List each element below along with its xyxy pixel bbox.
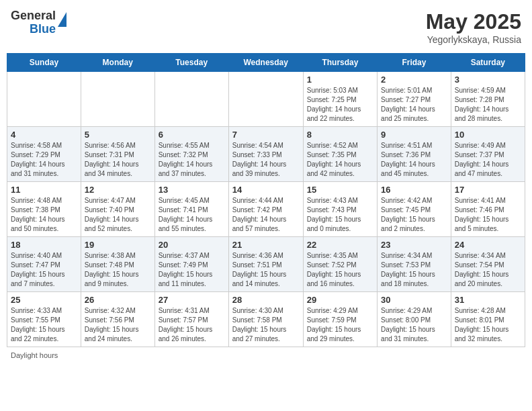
day-info: Sunrise: 4:58 AM Sunset: 7:29 PM Dayligh… xyxy=(11,141,77,179)
day-info: Sunrise: 4:31 AM Sunset: 7:57 PM Dayligh… xyxy=(159,306,225,344)
calendar-cell: 7Sunrise: 4:54 AM Sunset: 7:33 PM Daylig… xyxy=(228,127,303,182)
weekday-header-friday: Friday xyxy=(378,54,451,72)
day-info: Sunrise: 4:48 AM Sunset: 7:38 PM Dayligh… xyxy=(11,196,77,234)
day-info: Sunrise: 4:54 AM Sunset: 7:33 PM Dayligh… xyxy=(232,141,300,179)
day-number: 1 xyxy=(307,75,373,85)
day-number: 18 xyxy=(11,240,77,250)
calendar-header: SundayMondayTuesdayWednesdayThursdayFrid… xyxy=(7,54,525,72)
day-info: Sunrise: 4:52 AM Sunset: 7:35 PM Dayligh… xyxy=(307,141,373,179)
week-row-3: 11Sunrise: 4:48 AM Sunset: 7:38 PM Dayli… xyxy=(7,182,525,237)
day-info: Sunrise: 4:55 AM Sunset: 7:32 PM Dayligh… xyxy=(159,141,225,179)
day-info: Sunrise: 4:30 AM Sunset: 7:58 PM Dayligh… xyxy=(232,306,300,344)
calendar-cell: 23Sunrise: 4:34 AM Sunset: 7:53 PM Dayli… xyxy=(378,237,451,292)
day-info: Sunrise: 4:29 AM Sunset: 7:59 PM Dayligh… xyxy=(307,306,373,344)
day-number: 12 xyxy=(85,185,151,195)
day-number: 17 xyxy=(455,185,521,195)
day-info: Sunrise: 4:41 AM Sunset: 7:46 PM Dayligh… xyxy=(455,196,521,234)
calendar-cell: 6Sunrise: 4:55 AM Sunset: 7:32 PM Daylig… xyxy=(154,127,228,182)
logo: General Blue xyxy=(11,9,66,36)
day-number: 30 xyxy=(381,295,447,305)
calendar-cell: 12Sunrise: 4:47 AM Sunset: 7:40 PM Dayli… xyxy=(81,182,154,237)
day-info: Sunrise: 4:33 AM Sunset: 7:55 PM Dayligh… xyxy=(11,306,77,344)
day-info: Sunrise: 5:03 AM Sunset: 7:25 PM Dayligh… xyxy=(307,86,373,124)
day-number: 23 xyxy=(381,240,447,250)
calendar-title: May 2025 xyxy=(426,9,521,34)
calendar-cell: 22Sunrise: 4:35 AM Sunset: 7:52 PM Dayli… xyxy=(303,237,377,292)
day-number: 26 xyxy=(85,295,151,305)
calendar-cell: 25Sunrise: 4:33 AM Sunset: 7:55 PM Dayli… xyxy=(7,292,81,347)
day-info: Sunrise: 4:29 AM Sunset: 8:00 PM Dayligh… xyxy=(381,306,447,344)
calendar-cell: 11Sunrise: 4:48 AM Sunset: 7:38 PM Dayli… xyxy=(7,182,81,237)
daylight-label: Daylight hours xyxy=(11,351,58,359)
day-number: 31 xyxy=(455,295,521,305)
day-number: 29 xyxy=(307,295,373,305)
logo-general: General xyxy=(11,9,56,23)
day-info: Sunrise: 4:34 AM Sunset: 7:53 PM Dayligh… xyxy=(381,251,447,289)
calendar-cell: 15Sunrise: 4:43 AM Sunset: 7:43 PM Dayli… xyxy=(303,182,377,237)
day-info: Sunrise: 4:32 AM Sunset: 7:56 PM Dayligh… xyxy=(85,306,151,344)
day-info: Sunrise: 4:44 AM Sunset: 7:42 PM Dayligh… xyxy=(232,196,300,234)
day-number: 6 xyxy=(159,130,225,140)
calendar-location: Yegorlykskaya, Russia xyxy=(426,34,521,45)
calendar-cell: 5Sunrise: 4:56 AM Sunset: 7:31 PM Daylig… xyxy=(81,127,154,182)
calendar-cell: 18Sunrise: 4:40 AM Sunset: 7:47 PM Dayli… xyxy=(7,237,81,292)
calendar-cell: 9Sunrise: 4:51 AM Sunset: 7:36 PM Daylig… xyxy=(378,127,451,182)
calendar-cell: 27Sunrise: 4:31 AM Sunset: 7:57 PM Dayli… xyxy=(154,292,228,347)
calendar-cell: 4Sunrise: 4:58 AM Sunset: 7:29 PM Daylig… xyxy=(7,127,81,182)
calendar-cell: 8Sunrise: 4:52 AM Sunset: 7:35 PM Daylig… xyxy=(303,127,377,182)
calendar-cell: 2Sunrise: 5:01 AM Sunset: 7:27 PM Daylig… xyxy=(378,72,451,127)
calendar-cell: 24Sunrise: 4:34 AM Sunset: 7:54 PM Dayli… xyxy=(451,237,525,292)
calendar-cell: 16Sunrise: 4:42 AM Sunset: 7:45 PM Dayli… xyxy=(378,182,451,237)
day-number: 9 xyxy=(381,130,447,140)
calendar-cell xyxy=(228,72,303,127)
calendar-cell xyxy=(81,72,154,127)
day-number: 8 xyxy=(307,130,373,140)
logo-triangle-icon xyxy=(58,12,66,27)
day-number: 20 xyxy=(159,240,225,250)
day-number: 28 xyxy=(232,295,300,305)
calendar-table: SundayMondayTuesdayWednesdayThursdayFrid… xyxy=(7,53,525,347)
day-number: 19 xyxy=(85,240,151,250)
calendar-body: 1Sunrise: 5:03 AM Sunset: 7:25 PM Daylig… xyxy=(7,72,525,347)
day-info: Sunrise: 4:49 AM Sunset: 7:37 PM Dayligh… xyxy=(455,141,521,179)
logo-block: General Blue xyxy=(11,9,66,36)
day-info: Sunrise: 4:47 AM Sunset: 7:40 PM Dayligh… xyxy=(85,196,151,234)
weekday-header-saturday: Saturday xyxy=(451,54,525,72)
calendar-cell: 19Sunrise: 4:38 AM Sunset: 7:48 PM Dayli… xyxy=(81,237,154,292)
calendar-cell: 21Sunrise: 4:36 AM Sunset: 7:51 PM Dayli… xyxy=(228,237,303,292)
day-info: Sunrise: 4:56 AM Sunset: 7:31 PM Dayligh… xyxy=(85,141,151,179)
calendar-cell: 30Sunrise: 4:29 AM Sunset: 8:00 PM Dayli… xyxy=(378,292,451,347)
day-number: 14 xyxy=(232,185,300,195)
calendar-cell: 31Sunrise: 4:28 AM Sunset: 8:01 PM Dayli… xyxy=(451,292,525,347)
weekday-header-sunday: Sunday xyxy=(7,54,81,72)
footer: Daylight hours xyxy=(7,351,525,359)
day-info: Sunrise: 4:51 AM Sunset: 7:36 PM Dayligh… xyxy=(381,141,447,179)
day-info: Sunrise: 4:37 AM Sunset: 7:49 PM Dayligh… xyxy=(159,251,225,289)
title-block: May 2025 Yegorlykskaya, Russia xyxy=(426,9,521,45)
day-info: Sunrise: 4:59 AM Sunset: 7:28 PM Dayligh… xyxy=(455,86,521,124)
week-row-4: 18Sunrise: 4:40 AM Sunset: 7:47 PM Dayli… xyxy=(7,237,525,292)
weekday-header-wednesday: Wednesday xyxy=(228,54,303,72)
calendar-cell: 29Sunrise: 4:29 AM Sunset: 7:59 PM Dayli… xyxy=(303,292,377,347)
day-number: 22 xyxy=(307,240,373,250)
weekday-header-row: SundayMondayTuesdayWednesdayThursdayFrid… xyxy=(7,54,525,72)
day-info: Sunrise: 4:40 AM Sunset: 7:47 PM Dayligh… xyxy=(11,251,77,289)
day-number: 27 xyxy=(159,295,225,305)
day-number: 7 xyxy=(232,130,300,140)
weekday-header-monday: Monday xyxy=(81,54,154,72)
calendar-cell: 20Sunrise: 4:37 AM Sunset: 7:49 PM Dayli… xyxy=(154,237,228,292)
day-info: Sunrise: 4:34 AM Sunset: 7:54 PM Dayligh… xyxy=(455,251,521,289)
calendar-cell: 28Sunrise: 4:30 AM Sunset: 7:58 PM Dayli… xyxy=(228,292,303,347)
day-number: 21 xyxy=(232,240,300,250)
week-row-2: 4Sunrise: 4:58 AM Sunset: 7:29 PM Daylig… xyxy=(7,127,525,182)
day-info: Sunrise: 4:35 AM Sunset: 7:52 PM Dayligh… xyxy=(307,251,373,289)
day-number: 13 xyxy=(159,185,225,195)
day-info: Sunrise: 4:36 AM Sunset: 7:51 PM Dayligh… xyxy=(232,251,300,289)
day-info: Sunrise: 5:01 AM Sunset: 7:27 PM Dayligh… xyxy=(381,86,447,124)
page-header: General Blue May 2025 Yegorlykskaya, Rus… xyxy=(7,7,525,48)
calendar-cell: 13Sunrise: 4:45 AM Sunset: 7:41 PM Dayli… xyxy=(154,182,228,237)
day-number: 4 xyxy=(11,130,77,140)
day-number: 24 xyxy=(455,240,521,250)
week-row-1: 1Sunrise: 5:03 AM Sunset: 7:25 PM Daylig… xyxy=(7,72,525,127)
weekday-header-tuesday: Tuesday xyxy=(154,54,228,72)
